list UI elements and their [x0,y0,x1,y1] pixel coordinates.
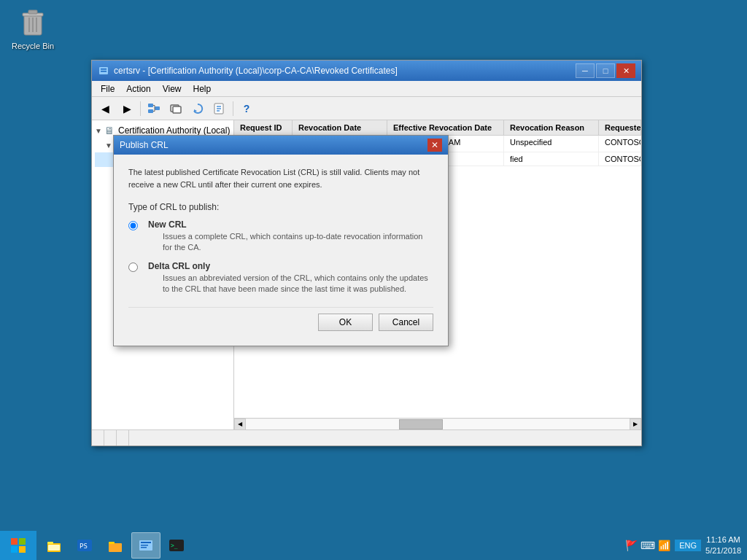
export-button[interactable] [209,100,230,117]
taskbar-file-explorer[interactable] [39,532,69,559]
scroll-left-button[interactable]: ◀ [234,419,246,430]
svg-rect-37 [141,547,147,548]
delta-crl-radio[interactable] [128,262,138,272]
taskbar-apps: PS >_ [36,532,619,559]
svg-rect-17 [173,106,181,113]
radio-option-new-crl: New CRL Issues a complete CRL, which con… [128,219,433,254]
svg-rect-32 [109,543,122,552]
svg-rect-36 [141,545,148,546]
svg-rect-10 [148,109,153,113]
svg-rect-23 [11,538,18,545]
delta-crl-label: Delta CRL only [148,261,433,271]
col-revocation-reason[interactable]: Revocation Reason [504,120,599,135]
recycle-bin-label: Recycle Bin [12,42,54,50]
ok-button[interactable]: OK [318,314,373,331]
dialog-title: Publish CRL [120,140,427,150]
show-tree-button[interactable] [144,100,164,117]
scroll-track[interactable] [246,419,630,429]
menu-help[interactable]: Help [187,82,217,96]
language-button[interactable]: ENG [675,540,701,551]
cancel-button[interactable]: Cancel [379,314,433,331]
dialog-titlebar: Publish CRL ✕ [114,136,448,155]
radio-option-delta-crl: Delta CRL only Issues an abbreviated ver… [128,261,433,295]
dialog-close-button[interactable]: ✕ [427,139,442,152]
back-button[interactable]: ◀ [95,100,115,117]
cmd-icon: >_ [169,537,185,553]
new-window-button[interactable] [166,100,186,117]
dialog-info-text: The latest published Certificate Revocat… [128,166,433,190]
toolbar-separator-2 [233,101,233,116]
window-title: certsrv - [Certification Authority (Loca… [114,66,576,76]
refresh-button[interactable] [187,100,208,117]
status-bar [92,429,641,446]
dialog-content: The latest published Certificate Revocat… [114,155,448,346]
forward-button[interactable]: ▶ [117,100,137,117]
clock-date: 5/21/2018 [705,545,741,556]
help-button[interactable]: ? [236,100,257,117]
scroll-thumb[interactable] [399,419,443,429]
maximize-button[interactable]: □ [596,63,615,78]
taskbar-certsrv[interactable] [131,532,160,559]
export-icon [213,102,226,115]
toolbar: ◀ ▶ [92,97,641,120]
menu-file[interactable]: File [95,82,120,96]
scroll-right-button[interactable]: ▶ [630,419,641,430]
system-clock[interactable]: 11:16 AM 5/21/2018 [705,534,741,557]
tree-label-ca-local: Certification Authority (Local) [118,125,230,136]
clock-time: 11:16 AM [705,534,741,545]
taskbar-right: 🚩 ⌨ 📶 ENG 11:16 AM 5/21/2018 [619,534,747,557]
status-segment-3 [123,430,129,446]
col-revocation-date[interactable]: Revocation Date [293,120,387,135]
svg-rect-25 [11,546,18,553]
svg-rect-33 [109,542,115,544]
svg-rect-28 [47,542,53,544]
taskbar: PS >_ [0,531,747,560]
tray-keyboard-icon[interactable]: ⌨ [640,540,655,551]
window-icon [98,65,109,77]
table-header: Request ID Revocation Date Effective Rev… [234,120,641,136]
new-crl-desc: Issues a complete CRL, which contains up… [163,231,433,254]
svg-rect-24 [19,538,26,545]
taskbar-powershell[interactable]: PS [70,532,99,559]
minimize-button[interactable]: ─ [576,63,595,78]
publish-crl-dialog: Publish CRL ✕ The latest published Certi… [113,135,449,346]
powershell-icon: PS [77,537,93,553]
window-titlebar: certsrv - [Certification Authority (Loca… [92,61,641,81]
menu-action[interactable]: Action [120,82,156,96]
col-request-id[interactable]: Request ID [234,120,293,135]
svg-rect-29 [48,545,60,551]
close-button[interactable]: ✕ [616,63,635,78]
taskbar-cmd[interactable]: >_ [162,532,191,559]
svg-rect-26 [19,546,26,553]
window-controls: ─ □ ✕ [576,63,635,78]
dialog-buttons: OK Cancel [128,307,433,334]
desktop: Recycle Bin certsrv - [Certification Aut… [0,0,747,560]
menu-view[interactable]: View [157,82,187,96]
new-window-icon [169,102,182,115]
new-crl-label: New CRL [148,219,433,230]
file-explorer-icon [46,537,62,553]
certsrv-icon [138,537,154,553]
svg-rect-2 [28,10,37,14]
horizontal-scrollbar[interactable]: ◀ ▶ [234,418,641,429]
menu-bar: File Action View Help [92,81,641,97]
col-requester[interactable]: Requester N [599,120,641,135]
windows-logo-icon [9,537,27,554]
cell-reason-2: fied [504,152,599,166]
cell-reason-1: Unspecified [504,136,599,152]
start-button[interactable] [0,531,36,560]
tree-icon [147,102,160,115]
tray-network-icon[interactable]: 📶 [658,540,670,551]
svg-rect-8 [101,71,107,72]
col-effective-date[interactable]: Effective Revocation Date [387,120,504,135]
svg-rect-7 [101,69,107,70]
svg-rect-9 [148,104,153,107]
tray-flag-icon[interactable]: 🚩 [625,540,638,551]
recycle-bin-icon[interactable]: Recycle Bin [7,6,58,50]
taskbar-explorer2[interactable] [101,532,130,559]
explorer2-icon [107,537,123,553]
toolbar-separator-1 [140,101,141,116]
new-crl-radio[interactable] [128,221,138,230]
expand-icon: ▼ [95,127,104,135]
svg-rect-35 [141,542,151,543]
